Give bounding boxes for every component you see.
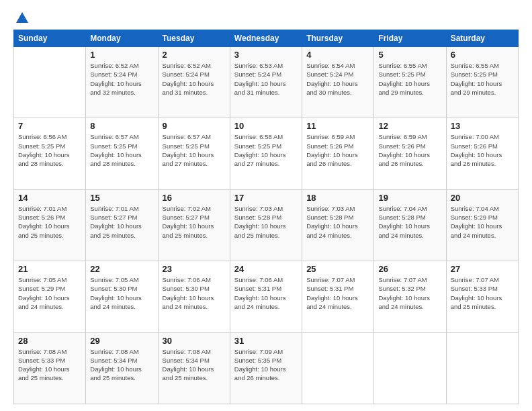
sunrise: Sunrise: 7:01 AM xyxy=(90,204,153,213)
sunset: Sunset: 5:33 PM xyxy=(451,284,514,293)
sunset: Sunset: 5:25 PM xyxy=(90,142,153,150)
day-number: 1 xyxy=(90,50,153,60)
sunset: Sunset: 5:26 PM xyxy=(18,213,81,222)
calendar-cell: 2 Sunrise: 6:52 AM Sunset: 5:24 PM Dayli… xyxy=(158,47,230,118)
sunset: Sunset: 5:29 PM xyxy=(18,284,81,293)
daylight: Daylight: 10 hours and 31 minutes. xyxy=(234,79,298,97)
day-info: Sunrise: 7:04 AM Sunset: 5:29 PM Dayligh… xyxy=(451,204,514,240)
day-info: Sunrise: 7:09 AM Sunset: 5:35 PM Dayligh… xyxy=(234,347,298,383)
sunset: Sunset: 5:32 PM xyxy=(378,284,441,293)
day-info: Sunrise: 7:01 AM Sunset: 5:27 PM Dayligh… xyxy=(90,204,153,240)
weekday-header: Wednesday xyxy=(230,30,302,47)
calendar-cell: 24 Sunrise: 7:06 AM Sunset: 5:31 PM Dayl… xyxy=(230,261,302,332)
sunset: Sunset: 5:30 PM xyxy=(163,284,226,293)
sunrise: Sunrise: 7:06 AM xyxy=(234,275,298,284)
calendar-cell: 11 Sunrise: 6:59 AM Sunset: 5:26 PM Dayl… xyxy=(302,118,374,189)
sunset: Sunset: 5:24 PM xyxy=(306,70,369,79)
calendar-cell: 14 Sunrise: 7:01 AM Sunset: 5:26 PM Dayl… xyxy=(14,189,86,261)
calendar-cell: 15 Sunrise: 7:01 AM Sunset: 5:27 PM Dayl… xyxy=(86,189,158,261)
sunset: Sunset: 5:30 PM xyxy=(90,284,153,293)
day-number: 20 xyxy=(451,193,514,203)
day-info: Sunrise: 7:06 AM Sunset: 5:30 PM Dayligh… xyxy=(163,275,226,311)
calendar-week-row: 21 Sunrise: 7:05 AM Sunset: 5:29 PM Dayl… xyxy=(14,261,519,332)
day-number: 30 xyxy=(163,336,226,346)
daylight: Daylight: 10 hours and 24 minutes. xyxy=(234,293,298,312)
daylight: Daylight: 10 hours and 25 minutes. xyxy=(90,222,153,240)
calendar-cell: 5 Sunrise: 6:55 AM Sunset: 5:25 PM Dayli… xyxy=(374,47,446,118)
calendar-cell: 13 Sunrise: 7:00 AM Sunset: 5:26 PM Dayl… xyxy=(446,118,518,189)
sunrise: Sunrise: 7:03 AM xyxy=(306,204,369,213)
day-number: 17 xyxy=(234,193,298,203)
sunrise: Sunrise: 7:08 AM xyxy=(90,347,153,356)
calendar-cell: 3 Sunrise: 6:53 AM Sunset: 5:24 PM Dayli… xyxy=(230,47,302,118)
calendar-cell: 21 Sunrise: 7:05 AM Sunset: 5:29 PM Dayl… xyxy=(14,261,86,332)
calendar-cell xyxy=(374,332,446,404)
sunrise: Sunrise: 7:00 AM xyxy=(451,132,514,141)
daylight: Daylight: 10 hours and 24 minutes. xyxy=(163,293,226,312)
daylight: Daylight: 10 hours and 29 minutes. xyxy=(378,79,441,97)
logo xyxy=(13,11,30,23)
sunset: Sunset: 5:27 PM xyxy=(90,213,153,222)
day-info: Sunrise: 7:06 AM Sunset: 5:31 PM Dayligh… xyxy=(234,275,298,311)
sunset: Sunset: 5:24 PM xyxy=(90,70,153,79)
daylight: Daylight: 10 hours and 31 minutes. xyxy=(163,79,226,97)
sunrise: Sunrise: 7:07 AM xyxy=(378,275,441,284)
sunrise: Sunrise: 6:58 AM xyxy=(234,132,298,141)
sunset: Sunset: 5:25 PM xyxy=(18,142,81,150)
sunset: Sunset: 5:31 PM xyxy=(234,284,298,293)
sunset: Sunset: 5:25 PM xyxy=(451,70,514,79)
sunset: Sunset: 5:28 PM xyxy=(306,213,369,222)
day-number: 26 xyxy=(378,264,441,274)
day-info: Sunrise: 6:58 AM Sunset: 5:25 PM Dayligh… xyxy=(234,132,298,168)
sunrise: Sunrise: 6:53 AM xyxy=(234,61,298,70)
day-info: Sunrise: 6:55 AM Sunset: 5:25 PM Dayligh… xyxy=(451,61,514,97)
day-info: Sunrise: 6:59 AM Sunset: 5:26 PM Dayligh… xyxy=(378,132,441,168)
day-info: Sunrise: 7:08 AM Sunset: 5:34 PM Dayligh… xyxy=(90,347,153,383)
sunrise: Sunrise: 7:05 AM xyxy=(90,275,153,284)
sunset: Sunset: 5:26 PM xyxy=(451,142,514,150)
day-info: Sunrise: 7:03 AM Sunset: 5:28 PM Dayligh… xyxy=(306,204,369,240)
calendar-cell: 31 Sunrise: 7:09 AM Sunset: 5:35 PM Dayl… xyxy=(230,332,302,404)
daylight: Daylight: 10 hours and 25 minutes. xyxy=(18,222,81,240)
day-number: 22 xyxy=(90,264,153,274)
day-number: 23 xyxy=(163,264,226,274)
sunset: Sunset: 5:25 PM xyxy=(234,142,298,150)
sunrise: Sunrise: 7:06 AM xyxy=(163,275,226,284)
calendar-cell: 26 Sunrise: 7:07 AM Sunset: 5:32 PM Dayl… xyxy=(374,261,446,332)
day-info: Sunrise: 6:53 AM Sunset: 5:24 PM Dayligh… xyxy=(234,61,298,97)
sunrise: Sunrise: 6:59 AM xyxy=(378,132,441,141)
calendar-cell: 9 Sunrise: 6:57 AM Sunset: 5:25 PM Dayli… xyxy=(158,118,230,189)
day-number: 8 xyxy=(90,121,153,131)
sunrise: Sunrise: 6:57 AM xyxy=(163,132,226,141)
daylight: Daylight: 10 hours and 24 minutes. xyxy=(306,293,369,312)
sunset: Sunset: 5:34 PM xyxy=(163,356,226,365)
daylight: Daylight: 10 hours and 26 minutes. xyxy=(234,365,298,383)
day-info: Sunrise: 7:07 AM Sunset: 5:33 PM Dayligh… xyxy=(451,275,514,311)
daylight: Daylight: 10 hours and 27 minutes. xyxy=(163,150,226,169)
calendar-cell: 27 Sunrise: 7:07 AM Sunset: 5:33 PM Dayl… xyxy=(446,261,518,332)
sunset: Sunset: 5:26 PM xyxy=(306,142,369,150)
svg-marker-0 xyxy=(16,12,28,23)
sunrise: Sunrise: 7:09 AM xyxy=(234,347,298,356)
sunset: Sunset: 5:35 PM xyxy=(234,356,298,365)
sunset: Sunset: 5:33 PM xyxy=(18,356,81,365)
day-number: 13 xyxy=(451,121,514,131)
daylight: Daylight: 10 hours and 28 minutes. xyxy=(18,150,81,169)
calendar-cell: 28 Sunrise: 7:08 AM Sunset: 5:33 PM Dayl… xyxy=(14,332,86,404)
calendar-week-row: 28 Sunrise: 7:08 AM Sunset: 5:33 PM Dayl… xyxy=(14,332,519,404)
day-number: 11 xyxy=(306,121,369,131)
daylight: Daylight: 10 hours and 26 minutes. xyxy=(378,150,441,169)
day-info: Sunrise: 7:03 AM Sunset: 5:28 PM Dayligh… xyxy=(234,204,298,240)
day-info: Sunrise: 6:55 AM Sunset: 5:25 PM Dayligh… xyxy=(378,61,441,97)
day-info: Sunrise: 6:52 AM Sunset: 5:24 PM Dayligh… xyxy=(90,61,153,97)
day-number: 28 xyxy=(18,336,81,346)
weekday-header: Tuesday xyxy=(158,30,230,47)
calendar-cell: 25 Sunrise: 7:07 AM Sunset: 5:31 PM Dayl… xyxy=(302,261,374,332)
day-number: 12 xyxy=(378,121,441,131)
calendar-cell: 8 Sunrise: 6:57 AM Sunset: 5:25 PM Dayli… xyxy=(86,118,158,189)
sunrise: Sunrise: 7:07 AM xyxy=(306,275,369,284)
sunrise: Sunrise: 6:55 AM xyxy=(451,61,514,70)
calendar-cell: 7 Sunrise: 6:56 AM Sunset: 5:25 PM Dayli… xyxy=(14,118,86,189)
day-number: 29 xyxy=(90,336,153,346)
calendar-table: SundayMondayTuesdayWednesdayThursdayFrid… xyxy=(13,30,519,404)
